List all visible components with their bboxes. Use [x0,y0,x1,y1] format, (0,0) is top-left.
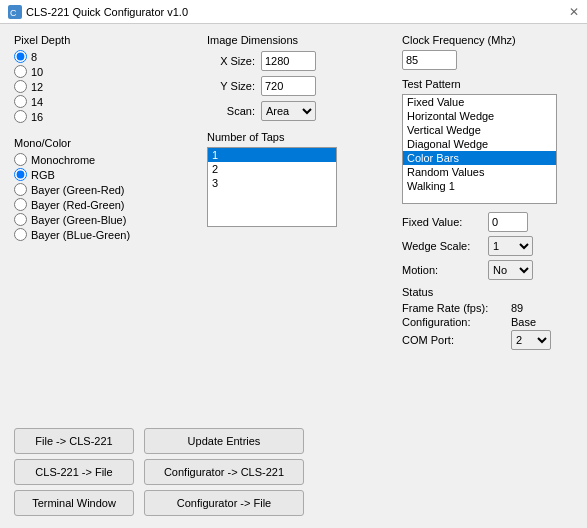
pattern-diagonal-wedge[interactable]: Diagonal Wedge [403,137,556,151]
scan-label: Scan: [207,105,255,117]
status-label: Status [402,286,573,298]
device-to-file-button[interactable]: CLS-221 -> File [14,459,134,485]
configurator-to-device-button[interactable]: Configurator -> CLS-221 [144,459,304,485]
taps-item-3[interactable]: 3 [208,176,336,190]
update-entries-button[interactable]: Update Entries [144,428,304,454]
taps-item-2[interactable]: 2 [208,162,336,176]
right-btn-col: Update Entries Configurator -> CLS-221 C… [144,428,304,516]
mono-color-bayer-bg[interactable]: Bayer (BLue-Green) [14,228,199,241]
y-size-input[interactable] [261,76,316,96]
pattern-fixed-value[interactable]: Fixed Value [403,95,556,109]
pixel-depth-10[interactable]: 10 [14,65,199,78]
wedge-scale-label: Wedge Scale: [402,240,482,252]
test-pattern-label: Test Pattern [402,78,573,90]
pattern-horizontal-wedge[interactable]: Horizontal Wedge [403,109,556,123]
configurator-to-file-button[interactable]: Configurator -> File [144,490,304,516]
motion-select[interactable]: No Yes [488,260,533,280]
left-btn-col: File -> CLS-221 CLS-221 -> File Terminal… [14,428,134,516]
mono-color-monochrome[interactable]: Monochrome [14,153,199,166]
pixel-depth-14[interactable]: 14 [14,95,199,108]
title-bar: C CLS-221 Quick Configurator v1.0 ✕ [0,0,587,24]
x-size-label: X Size: [207,55,255,67]
app-icon: C [8,5,22,19]
mono-color-bayer-rg[interactable]: Bayer (Red-Green) [14,198,199,211]
terminal-window-button[interactable]: Terminal Window [14,490,134,516]
num-taps-label: Number of Taps [207,131,394,143]
pattern-random-values[interactable]: Random Values [403,165,556,179]
clock-freq-input[interactable] [402,50,457,70]
com-port-select[interactable]: 1 2 3 4 [511,330,551,350]
motion-label: Motion: [402,264,482,276]
num-taps-listbox[interactable]: 1 2 3 [207,147,337,227]
mono-color-bayer-gr[interactable]: Bayer (Green-Red) [14,183,199,196]
com-port-label: COM Port: [402,334,507,346]
test-pattern-listbox[interactable]: Fixed Value Horizontal Wedge Vertical We… [402,94,557,204]
configuration-label: Configuration: [402,316,507,328]
image-dim-label: Image Dimensions [207,34,394,46]
scan-select[interactable]: Area Line [261,101,316,121]
frame-rate-label: Frame Rate (fps): [402,302,507,314]
pattern-vertical-wedge[interactable]: Vertical Wedge [403,123,556,137]
fixed-value-label: Fixed Value: [402,216,482,228]
pixel-depth-group: 8 10 12 14 16 [14,50,199,123]
taps-item-1[interactable]: 1 [208,148,336,162]
mono-color-group: Monochrome RGB Bayer (Green-Red) Bayer (… [14,153,199,241]
mono-color-label: Mono/Color [14,137,199,149]
mono-color-rgb[interactable]: RGB [14,168,199,181]
configuration-value: Base [511,316,536,328]
pixel-depth-8[interactable]: 8 [14,50,199,63]
pattern-color-bars[interactable]: Color Bars [403,151,556,165]
frame-rate-value: 89 [511,302,523,314]
pixel-depth-12[interactable]: 12 [14,80,199,93]
close-button[interactable]: ✕ [569,5,579,19]
pixel-depth-label: Pixel Depth [14,34,199,46]
bottom-buttons: File -> CLS-221 CLS-221 -> File Terminal… [14,428,573,516]
wedge-scale-select[interactable]: 1 [488,236,533,256]
pattern-walking-1[interactable]: Walking 1 [403,179,556,193]
file-to-device-button[interactable]: File -> CLS-221 [14,428,134,454]
mono-color-bayer-gb[interactable]: Bayer (Green-Blue) [14,213,199,226]
fixed-value-input[interactable] [488,212,528,232]
clock-freq-label: Clock Frequency (Mhz) [402,34,573,46]
y-size-label: Y Size: [207,80,255,92]
svg-text:C: C [10,8,17,18]
x-size-input[interactable] [261,51,316,71]
pixel-depth-16[interactable]: 16 [14,110,199,123]
title-bar-title: CLS-221 Quick Configurator v1.0 [26,6,188,18]
